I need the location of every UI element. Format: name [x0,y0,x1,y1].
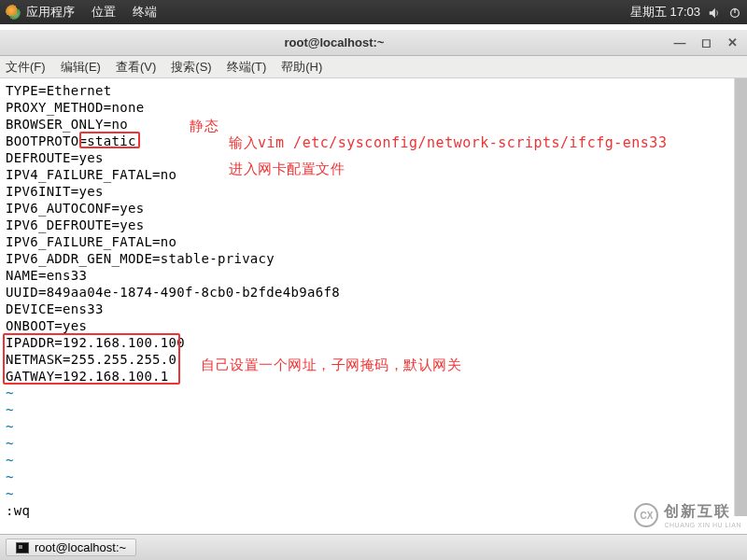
topbar-menu-places[interactable]: 位置 [92,4,116,21]
power-icon[interactable] [728,5,741,20]
menu-view[interactable]: 查看(V) [116,59,156,76]
app-menubar: 文件(F) 编辑(E) 查看(V) 搜索(S) 终端(T) 帮助(H) [0,56,747,78]
taskbar-task[interactable]: root@localhost:~ [6,539,136,556]
vim-tilde: ~ [6,401,741,418]
menu-terminal[interactable]: 终端(T) [227,59,267,76]
terminal-window: root@localhost:~ — ◻ ✕ 文件(F) 编辑(E) 查看(V)… [0,30,747,517]
apps-icon [6,5,21,20]
watermark-logo: CX [634,503,658,527]
taskbar: root@localhost:~ [0,534,747,560]
annotation-top1: 输入vim /etc/sysconfig/network-scripts/ifc… [229,134,667,151]
task-label: root@localhost:~ [35,540,126,554]
config-line: IPV6INIT=yes [6,183,741,200]
vim-command: :wq [6,502,741,519]
vim-tilde: ~ [6,418,741,435]
config-line: TYPE=Ethernet [6,82,741,99]
config-line: PROXY_METHOD=none [6,99,741,116]
watermark: CX 创新互联 CHUANG XIN HU LIAN [634,502,741,528]
vim-tilde: ~ [6,385,741,401]
scrollbar[interactable] [734,78,747,516]
minimize-button[interactable]: — [672,35,687,50]
watermark-sub: CHUANG XIN HU LIAN [664,522,741,528]
window-titlebar[interactable]: root@localhost:~ — ◻ ✕ [0,30,747,56]
terminal-icon [16,542,29,553]
config-line: IPV6_FAILURE_FATAL=no [6,233,741,250]
watermark-brand: 创新互联 [664,502,741,522]
volume-icon[interactable] [708,5,721,20]
vim-tilde: ~ [6,485,741,502]
maximize-button[interactable]: ◻ [698,35,713,50]
config-line: DEVICE=ens33 [6,301,741,317]
config-line: IPV6_ADDR_GEN_MODE=stable-privacy [6,250,741,267]
highlight-box-static [79,132,140,148]
config-line: IPV6_AUTOCONF=yes [6,200,741,217]
menu-edit[interactable]: 编辑(E) [61,59,101,76]
vim-tilde: ~ [6,452,741,469]
vim-tilde: ~ [6,469,741,485]
config-line: BROWSER_ONLY=no [6,116,741,133]
config-line: UUID=849aa04e-1874-490f-8cb0-b2fde4b9a6f… [6,284,741,301]
close-button[interactable]: ✕ [725,35,740,50]
vim-tilde: ~ [6,435,741,452]
topbar-menu-apps[interactable]: 应用程序 [26,4,75,21]
topbar-clock[interactable]: 星期五 17:03 [630,4,700,21]
annotation-static: 静态 [190,118,218,134]
config-line: IPV4_FAILURE_FATAL=no [6,166,741,183]
config-line: ONBOOT=yes [6,317,741,334]
menu-search[interactable]: 搜索(S) [171,59,211,76]
gnome-topbar: 应用程序 位置 终端 星期五 17:03 [0,0,747,24]
config-line: IPV6_DEFROUTE=yes [6,217,741,233]
menu-file[interactable]: 文件(F) [6,59,46,76]
annotation-bottom: 自己设置一个网址，子网掩码，默认网关 [201,357,461,373]
topbar-menu-terminal[interactable]: 终端 [133,4,157,21]
window-title: root@localhost:~ [7,35,661,49]
scrollbar-thumb[interactable] [735,78,747,516]
config-line: DEFROUTE=yes [6,149,741,166]
annotation-top2: 进入网卡配置文件 [229,161,345,177]
highlight-box-network [3,333,180,385]
menu-help[interactable]: 帮助(H) [281,59,322,76]
terminal-content[interactable]: TYPE=Ethernet PROXY_METHOD=none BROWSER_… [0,78,747,517]
config-line: NAME=ens33 [6,267,741,284]
